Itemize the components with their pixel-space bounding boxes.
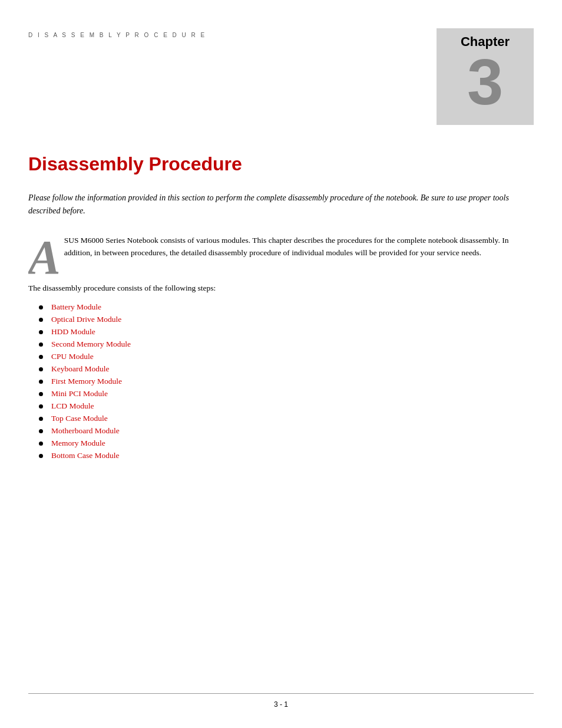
bottom-case-module-link[interactable]: Bottom Case Module	[51, 451, 120, 460]
bullet-icon	[39, 380, 43, 384]
list-item: Top Case Module	[28, 414, 534, 423]
drop-cap-text: SUS M6000 Series Notebook consists of va…	[64, 236, 509, 257]
page: D I S A S S E M B L Y P R O C E D U R E …	[0, 0, 562, 728]
bullet-icon	[39, 404, 43, 409]
chapter-box: Chapter 3	[437, 28, 534, 125]
bullet-icon	[39, 392, 43, 396]
cpu-module-link[interactable]: CPU Module	[51, 352, 94, 361]
mini-pci-module-link[interactable]: Mini PCI Module	[51, 389, 108, 398]
lcd-module-link[interactable]: LCD Module	[51, 401, 94, 411]
list-item: HDD Module	[28, 327, 534, 337]
keyboard-module-link[interactable]: Keyboard Module	[51, 364, 110, 374]
bullet-icon	[39, 367, 43, 371]
first-memory-module-link[interactable]: First Memory Module	[51, 377, 122, 386]
list-item: CPU Module	[28, 352, 534, 361]
hdd-module-link[interactable]: HDD Module	[51, 327, 95, 337]
second-memory-module-link[interactable]: Second Memory Module	[51, 340, 131, 349]
bullet-icon	[39, 454, 43, 458]
module-list: Battery Module Optical Drive Module HDD …	[28, 302, 534, 460]
chapter-number: 3	[445, 50, 525, 114]
list-item: First Memory Module	[28, 377, 534, 386]
list-item: Battery Module	[28, 302, 534, 312]
list-item: Optical Drive Module	[28, 315, 534, 324]
drop-cap-section: A SUS M6000 Series Notebook consists of …	[28, 235, 534, 278]
page-title: Disassembly Procedure	[28, 153, 534, 175]
following-steps-text: The disassembly procedure consists of th…	[28, 284, 534, 293]
bullet-icon	[39, 318, 43, 322]
list-item: Motherboard Module	[28, 426, 534, 436]
bullet-icon	[39, 342, 43, 347]
bullet-icon	[39, 442, 43, 446]
list-item: Bottom Case Module	[28, 451, 534, 460]
memory-module-link[interactable]: Memory Module	[51, 439, 105, 448]
bullet-icon	[39, 355, 43, 359]
bullet-icon	[39, 429, 43, 433]
list-item: Mini PCI Module	[28, 389, 534, 398]
motherboard-module-link[interactable]: Motherboard Module	[51, 426, 120, 436]
footer-page-number: 3 - 1	[274, 700, 288, 709]
list-item: LCD Module	[28, 401, 534, 411]
intro-paragraph: Please follow the information provided i…	[28, 192, 534, 218]
bullet-icon	[39, 305, 43, 309]
top-case-module-link[interactable]: Top Case Module	[51, 414, 108, 423]
list-item: Second Memory Module	[28, 340, 534, 349]
optical-drive-module-link[interactable]: Optical Drive Module	[51, 315, 121, 324]
battery-module-link[interactable]: Battery Module	[51, 302, 101, 312]
list-item: Memory Module	[28, 439, 534, 448]
header-bar: D I S A S S E M B L Y P R O C E D U R E …	[28, 28, 534, 125]
bullet-icon	[39, 417, 43, 421]
main-content: Disassembly Procedure Please follow the …	[28, 153, 534, 463]
footer: 3 - 1	[28, 693, 534, 709]
bullet-icon	[39, 330, 43, 334]
drop-cap-letter: A	[28, 237, 61, 278]
list-item: Keyboard Module	[28, 364, 534, 374]
header-procedure-label: D I S A S S E M B L Y P R O C E D U R E	[28, 28, 206, 38]
